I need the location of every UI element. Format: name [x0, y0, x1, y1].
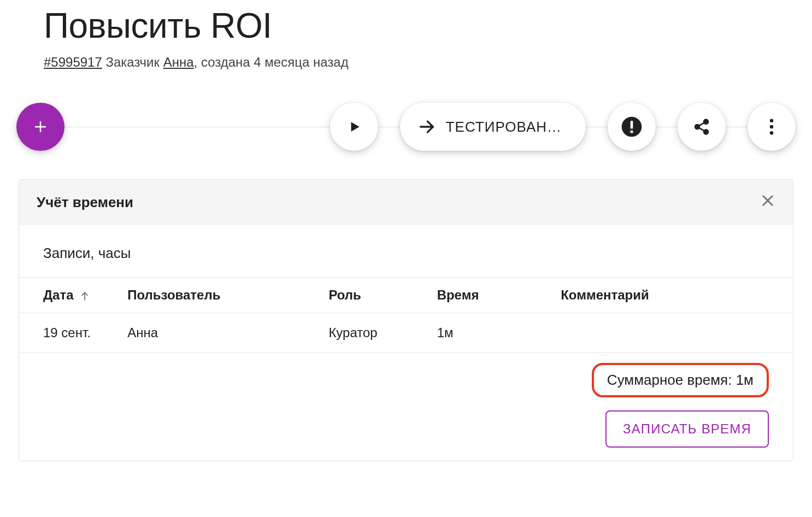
add-button[interactable] — [16, 103, 64, 151]
summary-total: Суммарное время: 1м — [592, 363, 769, 397]
svg-rect-5 — [631, 121, 633, 128]
svg-point-12 — [770, 119, 774, 123]
svg-point-8 — [695, 125, 699, 129]
play-icon — [347, 120, 361, 134]
cell-time: 1м — [437, 313, 561, 353]
plus-icon — [32, 119, 49, 135]
cell-role: Куратор — [328, 313, 437, 353]
customer-prefix: Заказчик — [102, 55, 163, 69]
svg-line-11 — [699, 128, 704, 131]
svg-point-9 — [704, 130, 708, 134]
col-role-header[interactable]: Роль — [328, 278, 437, 313]
more-button[interactable] — [748, 103, 796, 151]
task-meta: #5995917 Заказчик Анна, создана 4 месяца… — [44, 55, 796, 70]
close-button[interactable] — [760, 193, 775, 212]
panel-title: Учёт времени — [37, 194, 133, 211]
customer-link[interactable]: Анна — [163, 55, 194, 69]
col-time-header[interactable]: Время — [437, 278, 561, 313]
log-time-button[interactable]: ЗАПИСАТЬ ВРЕМЯ — [605, 410, 769, 448]
svg-point-7 — [704, 120, 708, 124]
alert-button[interactable] — [608, 103, 656, 151]
panel-header: Учёт времени — [19, 180, 793, 225]
cell-date: 19 сент. — [19, 313, 127, 353]
table-row[interactable]: 19 сент. Анна Куратор 1м — [19, 313, 793, 353]
col-user-header[interactable]: Пользователь — [127, 278, 328, 313]
section-label: Записи, часы — [19, 245, 793, 277]
col-comment-header[interactable]: Комментарий — [561, 278, 793, 313]
col-date-header[interactable]: Дата — [19, 278, 127, 313]
cell-comment — [561, 313, 793, 353]
close-icon — [760, 193, 775, 208]
svg-rect-6 — [631, 131, 633, 133]
page-title: Повысить ROI — [44, 5, 796, 46]
more-vertical-icon — [769, 119, 774, 135]
action-bar: ТЕСТИРОВАН… — [16, 101, 796, 153]
share-icon — [693, 118, 710, 136]
svg-marker-2 — [351, 122, 359, 131]
arrow-right-icon — [417, 118, 436, 136]
share-button[interactable] — [678, 103, 726, 151]
alert-icon — [621, 116, 643, 138]
play-button[interactable] — [330, 103, 378, 151]
svg-point-13 — [770, 125, 774, 129]
status-label: ТЕСТИРОВАН… — [446, 119, 562, 136]
status-button[interactable]: ТЕСТИРОВАН… — [400, 103, 586, 151]
cell-user: Анна — [127, 313, 328, 353]
sort-asc-icon — [79, 291, 90, 302]
created-text: , создана 4 месяца назад — [194, 55, 349, 69]
svg-line-10 — [699, 123, 704, 126]
time-tracking-panel: Учёт времени Записи, часы Дата Пользоват… — [19, 179, 793, 461]
task-id-link[interactable]: #5995917 — [44, 55, 102, 69]
time-entries-table: Дата Пользователь Роль Время Комментарий… — [19, 277, 793, 353]
svg-point-14 — [770, 131, 774, 135]
